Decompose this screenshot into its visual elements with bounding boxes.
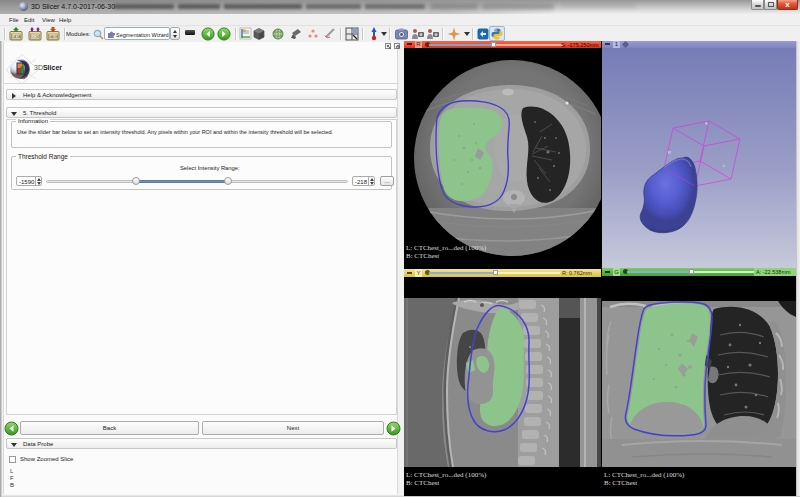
svg-text:B: CTChest: B: CTChest — [604, 479, 637, 487]
svg-text:SAVE: SAVE — [48, 35, 58, 39]
svg-text:DCM: DCM — [31, 35, 39, 39]
svg-text:S: S — [705, 121, 708, 126]
svg-text:L: CTChest_ro...ded (100%): L: CTChest_ro...ded (100%) — [406, 244, 487, 252]
svg-text:L: CTChest_ro...ded (100%): L: CTChest_ro...ded (100%) — [406, 471, 487, 479]
svg-text:B: CTChest: B: CTChest — [406, 252, 439, 260]
svg-text:R: R — [668, 150, 671, 155]
svg-text:L: CTChest_ro...ded (100%): L: CTChest_ro...ded (100%) — [604, 471, 685, 479]
svg-text:DATA: DATA — [12, 35, 21, 39]
svg-text:B: CTChest: B: CTChest — [406, 479, 439, 487]
